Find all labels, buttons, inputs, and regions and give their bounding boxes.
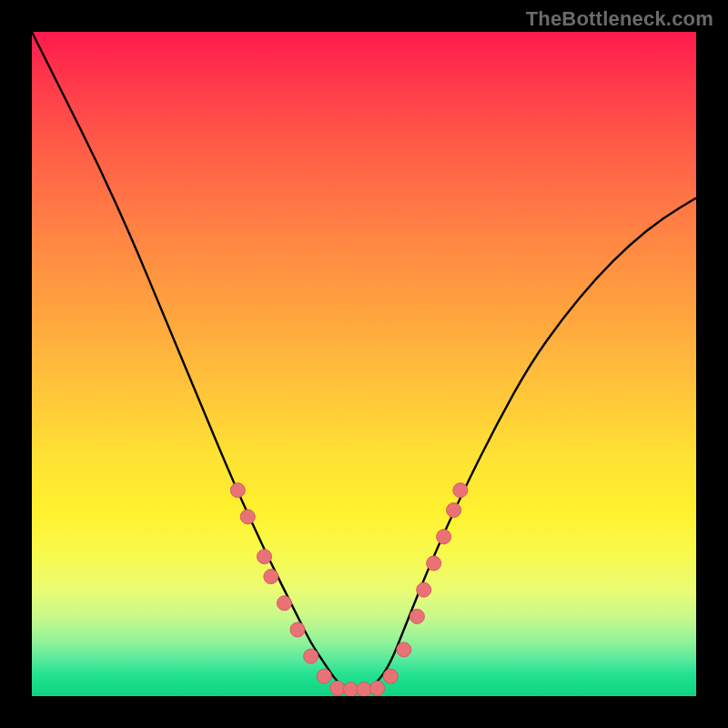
data-marker	[453, 483, 468, 498]
data-marker	[357, 682, 371, 696]
watermark-text: TheBottleneck.com	[526, 7, 713, 31]
data-markers	[230, 483, 468, 696]
chart-frame: TheBottleneck.com	[0, 0, 728, 728]
data-marker	[447, 503, 461, 518]
data-marker	[427, 556, 441, 571]
data-marker	[304, 649, 318, 663]
data-marker	[397, 642, 411, 657]
data-marker	[437, 530, 451, 544]
data-marker	[417, 582, 431, 597]
plot-area	[32, 32, 696, 696]
data-marker	[317, 669, 331, 683]
data-marker	[330, 681, 345, 695]
data-marker	[343, 682, 358, 696]
data-marker	[258, 550, 272, 564]
bottleneck-curve	[32, 32, 696, 690]
data-marker	[370, 681, 385, 695]
data-marker	[410, 609, 424, 623]
data-marker	[290, 622, 305, 637]
data-marker	[383, 669, 398, 683]
data-marker	[264, 570, 278, 584]
data-marker	[240, 510, 255, 524]
data-marker	[230, 483, 245, 498]
chart-svg	[32, 32, 696, 696]
data-marker	[277, 596, 291, 611]
